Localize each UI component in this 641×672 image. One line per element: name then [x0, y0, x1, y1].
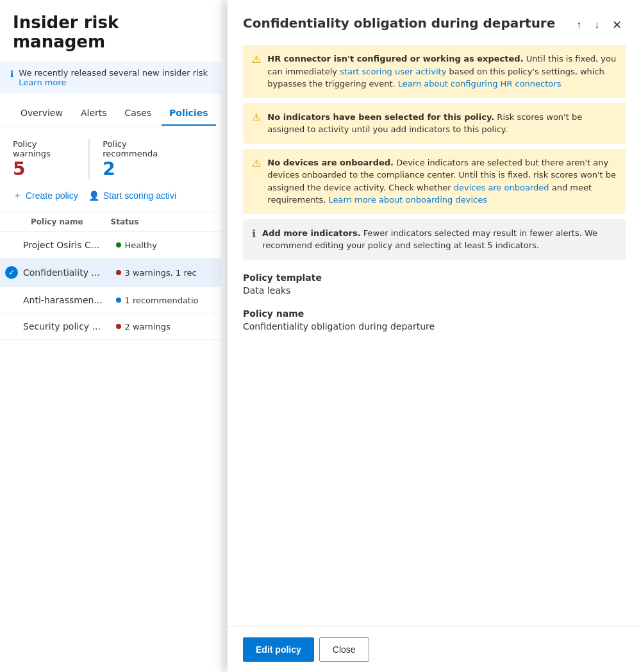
- alert-bold: Add more indicators.: [262, 228, 361, 238]
- nav-tabs: Overview Alerts Cases Policies: [0, 101, 221, 126]
- recommendations-label: Policy recommenda: [103, 139, 183, 158]
- alert-no-devices: ⚠ No devices are onboarded. Device indic…: [243, 149, 626, 214]
- policy-recommendations-stat: Policy recommenda 2: [103, 139, 196, 180]
- tab-cases[interactable]: Cases: [117, 101, 160, 126]
- selected-check-icon: ✓: [5, 266, 18, 279]
- panel-nav: ↑ ↓ ✕: [572, 15, 626, 35]
- status-cell: 2 warnings: [116, 322, 209, 332]
- panel-body: ⚠ HR connector isn't configured or worki…: [228, 45, 641, 626]
- learn-onboarding-link[interactable]: Learn more about onboarding devices: [329, 195, 487, 205]
- policy-name: Security policy ...: [23, 321, 116, 332]
- nav-up-button[interactable]: ↑: [572, 17, 585, 33]
- status-dot-red: [116, 270, 121, 275]
- policy-template-label: Policy template: [243, 273, 626, 283]
- warnings-value: 5: [13, 158, 76, 180]
- panel-footer: Edit policy Close: [228, 626, 641, 672]
- recommendations-value: 2: [103, 158, 183, 180]
- policy-template-section: Policy template Data leaks: [243, 273, 626, 296]
- status-dot-red: [116, 324, 121, 329]
- alert-add-indicators: ℹ Add more indicators. Fewer indicators …: [243, 219, 626, 260]
- warnings-label: Policy warnings: [13, 139, 76, 158]
- devices-onboarded-link[interactable]: devices are onboarded: [454, 183, 549, 192]
- alert-no-indicators: ⚠ No indicators have been selected for t…: [243, 103, 626, 144]
- policy-name-section: Policy name Confidentiality obligation d…: [243, 308, 626, 332]
- row-icon: ✓: [5, 266, 18, 279]
- status-cell: Healthy: [116, 240, 209, 250]
- action-bar: ＋ Create policy 👤 Start scoring activi: [0, 190, 221, 212]
- alert-text-add: Add more indicators. Fewer indicators se…: [262, 227, 617, 252]
- status-dot-green: [116, 242, 121, 248]
- info-icon: ℹ: [10, 69, 13, 79]
- tab-overview[interactable]: Overview: [13, 101, 71, 126]
- col-policy-name: Policy name: [13, 217, 111, 226]
- create-policy-button[interactable]: ＋ Create policy: [13, 190, 78, 201]
- nav-down-button[interactable]: ↓: [590, 17, 603, 33]
- alert-text-indicators: No indicators have been selected for thi…: [267, 111, 617, 136]
- status-dot-blue: [116, 298, 121, 303]
- alert-text-devices: No devices are onboarded. Device indicat…: [267, 156, 617, 206]
- col-status: Status: [111, 217, 209, 226]
- stats-row: Policy warnings 5 Policy recommenda 2: [0, 126, 221, 190]
- tab-policies[interactable]: Policies: [162, 101, 215, 126]
- table-row[interactable]: ✓ Confidentiality ... 3 warnings, 1 rec: [0, 258, 221, 287]
- background-page: Insider risk managem ℹ We recently relea…: [0, 0, 221, 672]
- close-panel-button[interactable]: ✕: [608, 15, 626, 35]
- alert-bold: No devices are onboarded.: [267, 158, 394, 167]
- status-cell: 1 recommendatio: [116, 296, 209, 305]
- policy-name-label: Policy name: [243, 308, 626, 319]
- detail-panel: Confidentiality obligation during depart…: [228, 0, 641, 672]
- start-scoring-link[interactable]: start scoring user activity: [340, 67, 446, 76]
- start-scoring-button[interactable]: 👤 Start scoring activi: [88, 190, 176, 201]
- page-title: Insider risk managem: [0, 13, 221, 62]
- policy-name: Anti-harassmen...: [23, 295, 116, 305]
- policy-template-value: Data leaks: [243, 285, 626, 296]
- status-cell: 3 warnings, 1 rec: [116, 268, 209, 278]
- alert-text-hr: HR connector isn't configured or working…: [267, 53, 617, 90]
- table-header: Policy name Status: [0, 212, 221, 232]
- alert-bold: HR connector isn't configured or working…: [267, 54, 523, 63]
- plus-icon: ＋: [13, 190, 22, 201]
- warning-icon: ⚠: [252, 112, 261, 124]
- panel-header: Confidentiality obligation during depart…: [228, 0, 641, 45]
- policy-name: Project Osiris C...: [23, 240, 116, 250]
- panel-title: Confidentiality obligation during depart…: [243, 15, 572, 31]
- table-row[interactable]: Security policy ... 2 warnings: [0, 314, 221, 340]
- policy-name-value: Confidentiality obligation during depart…: [243, 321, 626, 332]
- policy-warnings-stat: Policy warnings 5: [13, 139, 90, 180]
- info-circle-icon: ℹ: [252, 228, 256, 240]
- table-row[interactable]: Anti-harassmen... 1 recommendatio: [0, 287, 221, 314]
- status-text: 1 recommendatio: [125, 296, 199, 305]
- learn-hr-connectors-link[interactable]: Learn about configuring HR connectors: [398, 79, 562, 88]
- policy-name: Confidentiality ...: [23, 267, 116, 278]
- tab-alerts[interactable]: Alerts: [73, 101, 115, 126]
- table-row[interactable]: Project Osiris C... Healthy: [0, 232, 221, 258]
- status-text: 3 warnings, 1 rec: [125, 268, 197, 278]
- warning-icon: ⚠: [252, 157, 261, 169]
- status-text: 2 warnings: [125, 322, 171, 332]
- edit-policy-button[interactable]: Edit policy: [243, 637, 314, 662]
- alert-bold: No indicators have been selected for thi…: [267, 112, 494, 122]
- banner-text: We recently released several new insider…: [19, 68, 211, 87]
- close-button[interactable]: Close: [319, 637, 369, 662]
- alert-hr-connector: ⚠ HR connector isn't configured or worki…: [243, 45, 626, 98]
- info-banner: ℹ We recently released several new insid…: [0, 62, 221, 94]
- warning-icon: ⚠: [252, 53, 261, 65]
- learn-more-link[interactable]: Learn more: [19, 78, 66, 87]
- person-icon: 👤: [88, 190, 99, 201]
- status-text: Healthy: [125, 240, 157, 250]
